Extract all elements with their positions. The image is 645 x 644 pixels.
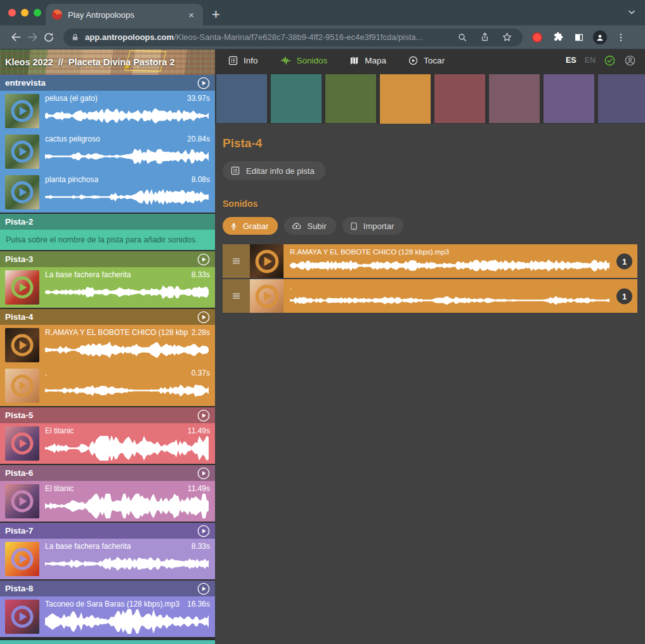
drag-handle[interactable] — [223, 244, 250, 278]
zoom-icon[interactable] — [454, 29, 471, 46]
clip-thumbnail[interactable] — [5, 175, 39, 209]
project-map-header[interactable]: Kleos 2022 // Placeta Divina Pastora 2 — [0, 49, 215, 75]
clip-row[interactable]: El titanic11.49s — [0, 481, 215, 522]
clip-row[interactable]: cactus peligroso20.84s — [0, 131, 215, 172]
next-track-header-strip[interactable] — [0, 640, 215, 644]
back-icon[interactable] — [8, 29, 24, 46]
url-bar[interactable]: app.antropoloops.com/Kleos-Santa-Marina/… — [63, 29, 523, 46]
play-icon[interactable] — [10, 431, 35, 456]
waveform-graphic — [45, 144, 210, 169]
share-icon[interactable] — [476, 29, 493, 46]
track-header[interactable]: Pista-2 — [0, 214, 215, 230]
breadcrumb-project[interactable]: Kleos 2022 — [5, 57, 53, 67]
play-track-icon[interactable] — [197, 253, 210, 266]
track-header[interactable]: Pista-5 — [0, 407, 215, 423]
bookmark-star-icon[interactable] — [498, 29, 515, 46]
track-color-swatch[interactable] — [216, 74, 267, 123]
forward-icon[interactable] — [24, 29, 41, 46]
tab-sonidos[interactable]: Sonidos — [280, 55, 328, 66]
profile-avatar-icon[interactable] — [592, 29, 608, 46]
clip-duration: 0.37s — [192, 369, 210, 378]
new-tab-button[interactable]: + — [212, 8, 220, 21]
clip-thumbnail[interactable] — [5, 328, 39, 362]
reload-icon[interactable] — [41, 29, 57, 46]
clip-thumbnail[interactable] — [5, 94, 39, 128]
split-view-icon[interactable] — [571, 29, 587, 46]
minimize-window-button[interactable] — [21, 9, 29, 16]
play-track-icon[interactable] — [197, 467, 210, 480]
clip-row[interactable]: R.AMAYA Y EL BOBOTE CHICO (128 kbps)....… — [0, 325, 215, 365]
track-header[interactable]: Pista-6 — [0, 465, 215, 481]
clip-thumbnail[interactable] — [5, 135, 39, 169]
sound-row[interactable]: R.AMAYA Y EL BOBOTE CHICO (128 kbps).mp3… — [223, 244, 637, 278]
play-track-icon[interactable] — [197, 311, 210, 324]
clip-row[interactable]: Taconeo de Sara Baras (128 kbps).mp316.3… — [0, 596, 215, 637]
play-icon[interactable] — [10, 604, 35, 629]
tab-close-icon[interactable]: × — [186, 9, 197, 21]
sound-thumbnail[interactable] — [250, 244, 283, 278]
play-track-icon[interactable] — [197, 525, 210, 537]
track-header[interactable]: Pista-8 — [0, 581, 215, 596]
record-sound-button[interactable]: Grabar — [223, 217, 278, 235]
play-icon[interactable] — [10, 546, 35, 572]
track-header[interactable]: Pista-7 — [0, 523, 215, 539]
play-icon[interactable] — [10, 275, 35, 300]
track-header[interactable]: Pista-3 — [0, 251, 215, 267]
edit-track-info-button[interactable]: Editar info de pista — [223, 161, 325, 180]
clip-thumbnail[interactable] — [5, 426, 39, 461]
clip-thumbnail[interactable] — [5, 542, 39, 576]
play-icon[interactable] — [10, 489, 35, 514]
import-sound-button[interactable]: Importar — [342, 217, 403, 235]
track-color-swatch[interactable] — [380, 74, 431, 124]
browser-tab[interactable]: Play Antropoloops × — [46, 4, 203, 25]
drag-handle[interactable] — [223, 279, 250, 313]
sound-row[interactable]: .1 — [223, 279, 637, 313]
track-color-swatch[interactable] — [434, 74, 485, 123]
clip-row[interactable]: pelusa (el gato)33.97s — [0, 91, 215, 131]
lang-en[interactable]: EN — [585, 56, 596, 65]
record-icon[interactable] — [529, 29, 545, 46]
track-list: entrevistapelusa (el gato)33.97scactus p… — [0, 75, 215, 639]
clip-row[interactable]: planta pinchosa8.08s — [0, 172, 215, 213]
clip-thumbnail[interactable] — [5, 600, 39, 634]
play-icon[interactable] — [254, 248, 280, 275]
play-track-icon[interactable] — [197, 582, 210, 595]
tab-info[interactable]: Info — [228, 55, 258, 66]
lang-es[interactable]: ES — [566, 56, 577, 65]
play-icon[interactable] — [254, 283, 280, 310]
tab-tocar[interactable]: Tocar — [408, 55, 445, 66]
play-icon[interactable] — [10, 180, 35, 205]
browser-menu-icon[interactable] — [613, 29, 629, 46]
track-color-swatch[interactable] — [598, 74, 645, 123]
track-color-swatch[interactable] — [489, 74, 540, 123]
play-icon[interactable] — [10, 98, 35, 124]
close-window-button[interactable] — [8, 9, 16, 16]
clip-thumbnail[interactable] — [5, 484, 39, 518]
clip-row[interactable]: El titanic11.49s — [0, 423, 215, 464]
clip-thumbnail[interactable] — [5, 270, 39, 305]
account-circle-icon[interactable] — [624, 55, 636, 67]
clip-row[interactable]: La base fachera facherita8.33s — [0, 267, 215, 308]
sound-thumbnail[interactable] — [250, 279, 283, 313]
track-color-swatch[interactable] — [325, 74, 376, 123]
check-circle-icon[interactable] — [604, 55, 616, 67]
play-icon[interactable] — [10, 332, 35, 358]
track-header[interactable]: entrevista — [0, 75, 215, 91]
clip-row[interactable]: .0.37s — [0, 365, 215, 406]
clip-duration: 8.33s — [192, 270, 210, 280]
play-track-icon[interactable] — [197, 409, 210, 422]
zoom-window-button[interactable] — [34, 9, 41, 16]
tab-search-chevron-icon[interactable] — [627, 8, 636, 16]
track-header[interactable]: Pista-4 — [0, 309, 215, 325]
track-color-swatch[interactable] — [544, 74, 594, 123]
play-track-icon[interactable] — [197, 77, 210, 89]
clip-row[interactable]: La base fachera facherita8.33s — [0, 539, 215, 579]
play-icon[interactable] — [10, 373, 35, 398]
track-color-swatch[interactable] — [271, 74, 322, 123]
play-icon[interactable] — [10, 139, 35, 164]
tab-mapa[interactable]: Mapa — [349, 55, 386, 66]
extensions-puzzle-icon[interactable] — [550, 29, 566, 46]
clip-thumbnail[interactable] — [5, 369, 39, 403]
waveform-graphic — [45, 551, 210, 576]
upload-sound-button[interactable]: Subir — [284, 217, 336, 235]
